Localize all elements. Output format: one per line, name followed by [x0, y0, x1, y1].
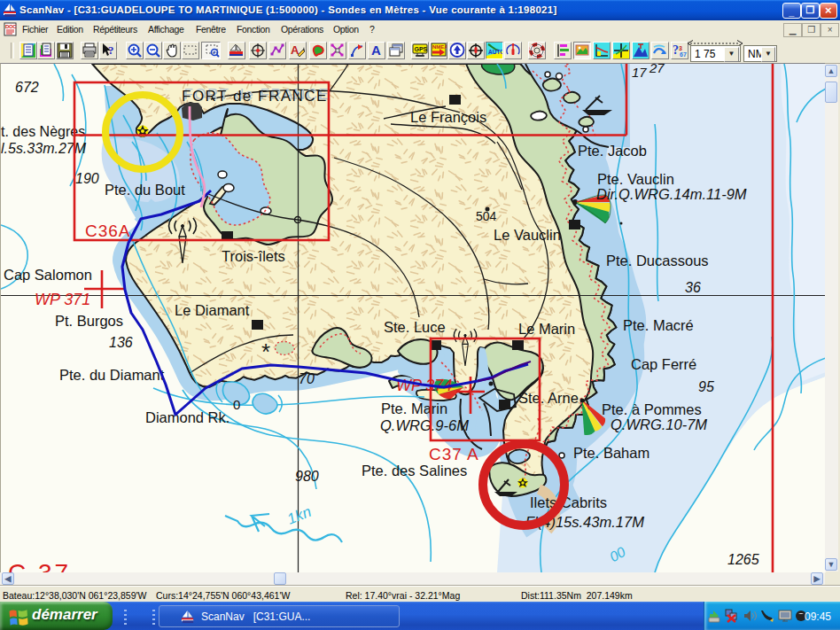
svg-text:Pte. Marin: Pte. Marin: [381, 401, 447, 416]
svg-text:67: 67: [680, 51, 687, 58]
svg-text:17: 17: [632, 65, 647, 80]
svg-text:Cap Ferré: Cap Ferré: [631, 356, 696, 372]
svg-text:Pte. Vauclin: Pte. Vauclin: [597, 171, 674, 187]
svg-text:C36A: C36A: [85, 222, 131, 240]
svg-text:AUTO: AUTO: [488, 49, 502, 55]
svg-text:Le Vauclin: Le Vauclin: [494, 227, 561, 243]
svg-text:Trois-îlets: Trois-îlets: [222, 248, 285, 264]
svg-text:980: 980: [295, 469, 319, 484]
svg-text:WP 371: WP 371: [35, 291, 90, 308]
svg-text:70: 70: [299, 371, 315, 386]
svg-text:FORT de FRANCE: FORT de FRANCE: [182, 88, 328, 105]
svg-text:27: 27: [649, 64, 665, 75]
svg-text:Pte. du Bout: Pte. du Bout: [105, 182, 185, 198]
svg-text:Le Marin: Le Marin: [518, 321, 575, 337]
svg-text:?: ?: [108, 43, 114, 57]
svg-text:1265: 1265: [727, 552, 759, 567]
svg-text:95: 95: [698, 379, 714, 394]
svg-text:Pte. Baham: Pte. Baham: [573, 445, 649, 461]
svg-text:Pte. Ducassous: Pte. Ducassous: [606, 253, 709, 268]
svg-text:3: 3: [679, 45, 682, 51]
svg-text:Le Diamant: Le Diamant: [175, 302, 250, 318]
svg-text:Ste. Arne: Ste. Arne: [518, 390, 579, 406]
svg-text:Q.WRG.10-7M: Q.WRG.10-7M: [611, 416, 707, 432]
svg-text:C 37: C 37: [8, 559, 71, 572]
svg-text:Le François: Le François: [410, 109, 486, 125]
svg-text:Diamond Rk.: Diamond Rk.: [145, 409, 229, 425]
svg-text:Cap Salomon: Cap Salomon: [4, 267, 92, 283]
svg-text:Q.WRG.9-6M: Q.WRG.9-6M: [380, 417, 469, 433]
svg-text:Dir.Q.WRG.14m.11-9M: Dir.Q.WRG.14m.11-9M: [596, 186, 747, 202]
svg-text:Pt. Burgos: Pt. Burgos: [55, 313, 123, 329]
svg-text:136: 136: [109, 335, 133, 350]
svg-text:Pte. Jacob: Pte. Jacob: [578, 143, 647, 159]
svg-text:?: ?: [673, 43, 679, 57]
svg-text:672: 672: [15, 80, 39, 95]
svg-text:t. des Nègres: t. des Nègres: [1, 124, 85, 139]
svg-text:*: *: [261, 338, 270, 365]
svg-text:Pte. à Pommes: Pte. à Pommes: [602, 401, 702, 417]
svg-text:Ilets Cabrits: Ilets Cabrits: [530, 494, 607, 510]
svg-text:Pte. Macré: Pte. Macré: [623, 317, 694, 333]
svg-text:Pte. du Diamant: Pte. du Diamant: [59, 367, 165, 383]
svg-text:190: 190: [75, 171, 99, 186]
svg-text:DOC: DOC: [5, 24, 17, 29]
svg-text:0: 0: [233, 397, 240, 412]
svg-text:Pte. des Salines: Pte. des Salines: [362, 463, 467, 478]
svg-text:Ste. Luce: Ste. Luce: [384, 319, 446, 335]
svg-text:GPS: GPS: [415, 46, 428, 52]
svg-text:36: 36: [685, 280, 701, 295]
svg-text:504: 504: [476, 209, 497, 223]
svg-text:C37 A: C37 A: [429, 445, 479, 463]
svg-text:A: A: [371, 43, 381, 58]
